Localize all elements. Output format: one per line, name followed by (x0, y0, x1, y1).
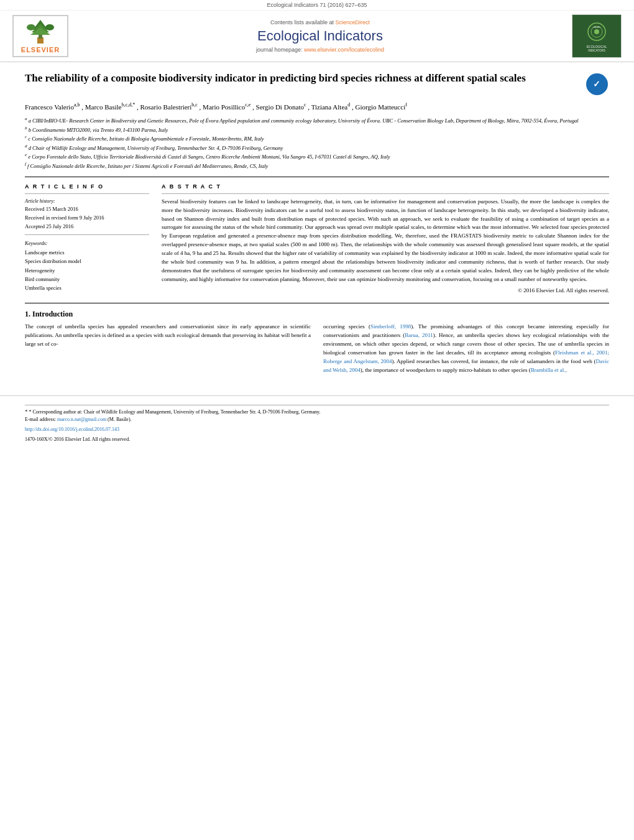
elsevier-label: ELSEVIER (21, 46, 60, 53)
homepage-link[interactable]: www.elsevier.com/locate/ecolind (304, 47, 384, 53)
elsevier-logo: ELSEVIER (12, 15, 68, 57)
section-1-body: The concept of umbrella species has appe… (25, 323, 609, 379)
abstract-label: A B S T R A C T (162, 183, 609, 190)
author7-name: , Giorgio Matteucci (352, 103, 405, 111)
author4-name: , Mario Posillico (200, 103, 246, 111)
footnote-block: * * Corresponding author at: Chair of Wi… (25, 405, 609, 424)
intro-para-right: occurring species (Simberloff, 1998). Th… (323, 323, 609, 375)
journal-title: Ecological Indicators (68, 28, 572, 44)
section-divider-2 (25, 303, 609, 303)
journal-logo-image: ECOLOGICAL INDICATORS (572, 14, 622, 58)
ref-barua[interactable]: Barua, 2011 (405, 332, 433, 338)
article-info-abstract-section: A R T I C L E I N F O Article history: R… (25, 183, 609, 295)
section-1: 1. Introduction The concept of umbrella … (25, 310, 609, 379)
article-info-col: A R T I C L E I N F O Article history: R… (25, 183, 149, 295)
footer-area: * * Corresponding author at: Chair of Wi… (0, 395, 634, 449)
section-1-right: occurring species (Simberloff, 1998). Th… (323, 323, 609, 379)
crossmark: ✓ (584, 72, 609, 96)
eco-indicators-image-icon: ECOLOGICAL INDICATORS (575, 19, 618, 53)
keyword-1: Landscape metrics (25, 248, 149, 257)
keyword-4: Bird community (25, 275, 149, 284)
ref-fleishman[interactable]: Fleishman et al., 2001; Roberge and Ange… (323, 349, 609, 364)
article-title: The reliability of a composite biodivers… (25, 72, 578, 85)
author7-sup: f (405, 102, 407, 108)
issn-text: 1470-160X/© 2016 Elsevier Ltd. All right… (25, 436, 130, 442)
abstract-col: A B S T R A C T Several biodiversity fea… (162, 183, 609, 295)
issn-line: 1470-160X/© 2016 Elsevier Ltd. All right… (25, 436, 609, 443)
section-1-left: The concept of umbrella species has appe… (25, 323, 311, 379)
citation-line: Ecological Indicators 71 (2016) 627–635 (0, 0, 634, 11)
section-1-title: Introduction (32, 310, 73, 318)
author5-sup: c (304, 102, 306, 108)
author3-name: , Rosario Balestrieri (137, 103, 191, 111)
author2-sup: b,c,d,* (122, 102, 136, 108)
affiliation-e: e e Corpo Forestale dello Stato, Ufficio… (25, 152, 609, 161)
email-link[interactable]: marco.n.nat@gmail.com (57, 417, 106, 422)
ref-brambilla[interactable]: Brambilla et al., (531, 367, 567, 373)
affiliation-b: b b Coordinamento MITO2000, via Trento 4… (25, 125, 609, 134)
revised-date: Received in revised form 9 July 2016 (25, 214, 149, 223)
email-line: E-mail address: marco.n.nat@gmail.com (M… (25, 416, 609, 423)
svg-point-5 (27, 24, 35, 30)
author2-name: , Marco Basile (81, 103, 121, 111)
citation-text: Ecological Indicators 71 (2016) 627–635 (267, 2, 367, 8)
intro-para-left: The concept of umbrella species has appe… (25, 323, 311, 349)
history-label: Article history: (25, 198, 149, 206)
journal-homepage: journal homepage: www.elsevier.com/locat… (68, 47, 572, 53)
authors-line: Francesco Valerioa,b , Marco Basileb,c,d… (25, 101, 609, 112)
keyword-5: Umbrella species (25, 284, 149, 292)
affiliation-f: f f Consiglio Nazionale delle Ricerche, … (25, 161, 609, 170)
keyword-2: Species distribution model (25, 257, 149, 265)
svg-point-6 (45, 24, 54, 30)
star-note-text: * Corresponding author at: Chair of Wild… (29, 409, 321, 415)
article-info-block: Article history: Received 15 March 2016 … (25, 198, 149, 231)
main-content: The reliability of a composite biodivers… (0, 62, 634, 395)
section-divider-1 (25, 177, 609, 177)
author1-sup: a,b (74, 102, 80, 108)
email-name: (M. Basile). (108, 417, 131, 422)
author6-sup: d (347, 102, 350, 108)
info-rule-top (25, 193, 149, 194)
received-date: Received 15 March 2016 (25, 205, 149, 214)
ref-simberloff[interactable]: Simberloff, 1998 (370, 323, 411, 330)
crossmark-icon: ✓ (586, 73, 608, 95)
contents-available: Contents lists available at ScienceDirec… (68, 19, 572, 25)
author1-name: Francesco Valerio (25, 103, 74, 111)
affiliation-d: d d Chair of Wildlife Ecology and Manage… (25, 143, 609, 152)
abstract-text: Several biodiversity features can be lin… (162, 198, 609, 295)
journal-header-center: Contents lists available at ScienceDirec… (68, 19, 572, 53)
abstract-body: Several biodiversity features can be lin… (162, 198, 609, 282)
section-1-number: 1. (25, 310, 30, 318)
svg-text:INDICATORS: INDICATORS (588, 49, 605, 52)
svg-text:ECOLOGICAL: ECOLOGICAL (587, 45, 607, 48)
author6-name: , Tiziana Altea (308, 103, 347, 111)
svg-point-10 (594, 29, 599, 34)
accepted-date: Accepted 25 July 2016 (25, 223, 149, 231)
email-label: E-mail address: (25, 417, 56, 422)
info-rule-bottom (25, 234, 149, 235)
affiliation-c: c c Consiglio Nazionale delle Ricerche, … (25, 134, 609, 143)
keywords-label: Keywords: (25, 239, 149, 247)
affiliations: a a CIBI/InBIO-UE- Research Center in Bi… (25, 116, 609, 170)
keywords-block: Keywords: Landscape metrics Species dist… (25, 239, 149, 293)
corresponding-author-note: * * Corresponding author at: Chair of Wi… (25, 408, 609, 417)
journal-header: ELSEVIER Contents lists available at Sci… (0, 11, 634, 62)
sciencedirect-link[interactable]: ScienceDirect (336, 19, 370, 25)
page: Ecological Indicators 71 (2016) 627–635 … (0, 0, 634, 840)
abstract-rule (162, 193, 609, 194)
copyright-text: © 2016 Elsevier Ltd. All rights reserved… (162, 287, 609, 295)
article-title-area: The reliability of a composite biodivers… (25, 72, 609, 96)
doi-link[interactable]: http://dx.doi.org/10.1016/j.ecolind.2016… (25, 427, 119, 432)
doi-line: http://dx.doi.org/10.1016/j.ecolind.2016… (25, 426, 609, 433)
elsevier-tree-icon (22, 19, 59, 45)
keyword-3: Heterogeneity (25, 266, 149, 275)
article-info-label: A R T I C L E I N F O (25, 183, 149, 190)
affiliation-a: a a CIBI/InBIO-UE- Research Center in Bi… (25, 116, 609, 125)
author5-name: , Sergio Di Donato (252, 103, 304, 111)
section-1-heading: 1. Introduction (25, 310, 609, 319)
author4-sup: c,e (245, 102, 250, 108)
author3-sup: b,c (191, 102, 198, 108)
